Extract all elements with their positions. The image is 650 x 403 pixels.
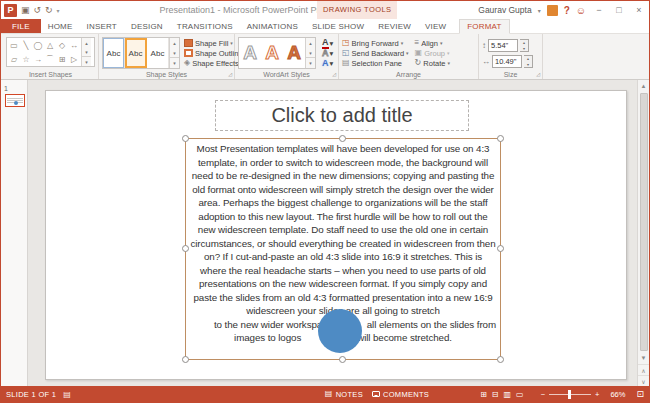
gallery-more-icon[interactable]: ▾ bbox=[306, 57, 315, 68]
gallery-down-icon[interactable]: ▾ bbox=[170, 48, 179, 58]
user-menu-caret-icon[interactable]: ▾ bbox=[538, 7, 541, 14]
gallery-up-icon[interactable]: ▴ bbox=[82, 38, 91, 47]
wordart-style-2[interactable]: A bbox=[261, 38, 283, 68]
save-icon[interactable]: ▣ bbox=[21, 6, 30, 15]
send-backward-button[interactable]: ◱ Send Backward ▾ bbox=[342, 48, 409, 58]
dialog-launcher-icon[interactable]: ◿ bbox=[536, 72, 540, 77]
gallery-down-icon[interactable]: ▾ bbox=[82, 47, 91, 56]
wordart-style-1[interactable]: A bbox=[239, 38, 261, 68]
tab-transitions[interactable]: TRANSITIONS bbox=[170, 19, 240, 33]
scroll-up-icon[interactable]: ▲ bbox=[638, 80, 649, 92]
resize-handle[interactable] bbox=[497, 245, 504, 252]
title-placeholder[interactable]: Click to add title bbox=[215, 100, 469, 131]
zoom-percent[interactable]: 66% bbox=[603, 390, 625, 399]
text-effects-button[interactable]: A ▾ bbox=[322, 58, 333, 68]
tab-animations[interactable]: ANIMATIONS bbox=[240, 19, 305, 33]
slide-indicator[interactable]: SLIDE 1 OF 1 bbox=[6, 390, 56, 399]
status-flag-icon[interactable]: ▤ bbox=[63, 390, 71, 399]
resize-handle[interactable] bbox=[339, 356, 346, 363]
shape-icon[interactable]: ⊞ bbox=[59, 55, 66, 64]
comments-button[interactable]: COMMENTS bbox=[372, 390, 429, 399]
gallery-more-icon[interactable]: ▾ bbox=[82, 56, 91, 66]
tab-view[interactable]: VIEW bbox=[418, 19, 453, 33]
text-outline-button[interactable]: A ▾ bbox=[322, 48, 333, 58]
group-button[interactable]: ▣ Group ▾ bbox=[415, 48, 450, 58]
tab-design[interactable]: DESIGN bbox=[124, 19, 170, 33]
shape-icon[interactable]: ▷ bbox=[71, 55, 77, 64]
zoom-out-icon[interactable]: − bbox=[541, 390, 545, 399]
selection-pane-button[interactable]: ▤ Selection Pane bbox=[342, 58, 409, 68]
circle-shape[interactable] bbox=[318, 309, 362, 353]
slide-editing-area[interactable]: Click to add title Most Presentation tem… bbox=[28, 80, 637, 386]
resize-handle[interactable] bbox=[182, 245, 189, 252]
resize-handle[interactable] bbox=[497, 356, 504, 363]
user-name[interactable]: Gaurav Gupta bbox=[478, 5, 531, 15]
reading-view-icon[interactable]: ▥ bbox=[504, 390, 512, 399]
tab-file[interactable]: FILE bbox=[1, 19, 41, 33]
maximize-button[interactable]: □ bbox=[612, 5, 626, 15]
shape-style-preset-2[interactable]: Abc bbox=[125, 38, 147, 68]
slideshow-view-icon[interactable]: ▭ bbox=[516, 390, 524, 399]
vertical-scrollbar[interactable]: ▲ ▼ ∧ ∨ bbox=[637, 80, 649, 386]
qat-customize-caret-icon[interactable]: ▾ bbox=[57, 7, 60, 14]
slide-thumbnail[interactable] bbox=[5, 94, 25, 107]
resize-handle[interactable] bbox=[497, 135, 504, 142]
feedback-smiley-icon[interactable]: ☺ bbox=[576, 5, 586, 16]
slide[interactable]: Click to add title Most Presentation tem… bbox=[45, 90, 627, 380]
help-icon[interactable]: ? bbox=[564, 5, 570, 16]
slide-sorter-view-icon[interactable]: ⊟ bbox=[492, 390, 499, 399]
shape-icon[interactable]: ▭ bbox=[10, 41, 18, 50]
shape-icon[interactable]: ╲ bbox=[24, 41, 29, 50]
text-fill-button[interactable]: A ▾ bbox=[322, 38, 333, 48]
minimize-button[interactable]: − bbox=[592, 5, 606, 15]
gallery-more-icon[interactable]: ▾ bbox=[170, 57, 179, 68]
shape-icon[interactable]: ▱ bbox=[11, 55, 17, 64]
shape-icon[interactable]: ☆ bbox=[22, 55, 29, 64]
scroll-down-icon[interactable]: ▼ bbox=[638, 352, 649, 364]
shape-icon[interactable]: → bbox=[34, 55, 42, 64]
shape-width-input[interactable]: 10.49" bbox=[492, 55, 522, 68]
tab-slide-show[interactable]: SLIDE SHOW bbox=[305, 19, 371, 33]
next-slide-button[interactable]: ∨ bbox=[638, 375, 649, 386]
shape-style-preset-1[interactable]: Abc bbox=[103, 38, 125, 68]
height-spin-down-icon[interactable]: ▾ bbox=[520, 46, 528, 52]
redo-icon[interactable]: ↻ bbox=[45, 6, 53, 15]
dialog-launcher-icon[interactable]: ◿ bbox=[228, 72, 232, 77]
shape-height-input[interactable]: 5.54" bbox=[488, 39, 518, 52]
bring-forward-button[interactable]: ◳ Bring Forward ▾ bbox=[342, 38, 409, 48]
shape-icon[interactable]: ↔ bbox=[70, 41, 78, 50]
rotate-button[interactable]: ↻ Rotate ▾ bbox=[415, 58, 450, 68]
align-button[interactable]: ≡ Align ▾ bbox=[415, 38, 450, 48]
zoom-in-icon[interactable]: + bbox=[595, 390, 599, 399]
width-spin-down-icon[interactable]: ▾ bbox=[524, 62, 532, 68]
notes-button[interactable]: ▤ NOTES bbox=[325, 390, 363, 399]
zoom-slider-thumb[interactable] bbox=[568, 390, 571, 399]
close-button[interactable]: × bbox=[632, 5, 646, 15]
previous-slide-button[interactable]: ∧ bbox=[638, 364, 649, 375]
zoom-slider[interactable] bbox=[549, 394, 591, 395]
user-avatar[interactable] bbox=[547, 5, 558, 16]
wordart-style-3[interactable]: A bbox=[283, 38, 305, 68]
tab-format[interactable]: FORMAT bbox=[459, 19, 509, 34]
normal-view-icon[interactable]: ⊞ bbox=[480, 390, 487, 399]
fit-slide-to-window-icon[interactable]: ⊡ bbox=[636, 389, 644, 399]
tab-review[interactable]: REVIEW bbox=[371, 19, 418, 33]
body-textbox[interactable]: Most Presentation templates will have be… bbox=[185, 138, 501, 360]
resize-handle[interactable] bbox=[182, 135, 189, 142]
resize-handle[interactable] bbox=[339, 135, 346, 142]
shape-style-preset-3[interactable]: Abc bbox=[147, 38, 169, 68]
gallery-up-icon[interactable]: ▴ bbox=[170, 38, 179, 48]
resize-handle[interactable] bbox=[182, 356, 189, 363]
undo-icon[interactable]: ↺ bbox=[34, 6, 42, 15]
shape-icon[interactable]: ◯ bbox=[34, 41, 43, 50]
tab-home[interactable]: HOME bbox=[41, 19, 80, 33]
shape-icon[interactable]: ◇ bbox=[59, 41, 65, 50]
gallery-up-icon[interactable]: ▴ bbox=[306, 38, 315, 48]
shape-icon[interactable]: ⌒ bbox=[46, 54, 54, 65]
shape-icon[interactable]: △ bbox=[47, 41, 53, 50]
scrollbar-thumb[interactable] bbox=[640, 93, 648, 351]
gallery-down-icon[interactable]: ▾ bbox=[306, 48, 315, 58]
powerpoint-app-icon[interactable]: P bbox=[4, 4, 17, 17]
dialog-launcher-icon[interactable]: ◿ bbox=[332, 72, 336, 77]
tab-insert[interactable]: INSERT bbox=[80, 19, 124, 33]
